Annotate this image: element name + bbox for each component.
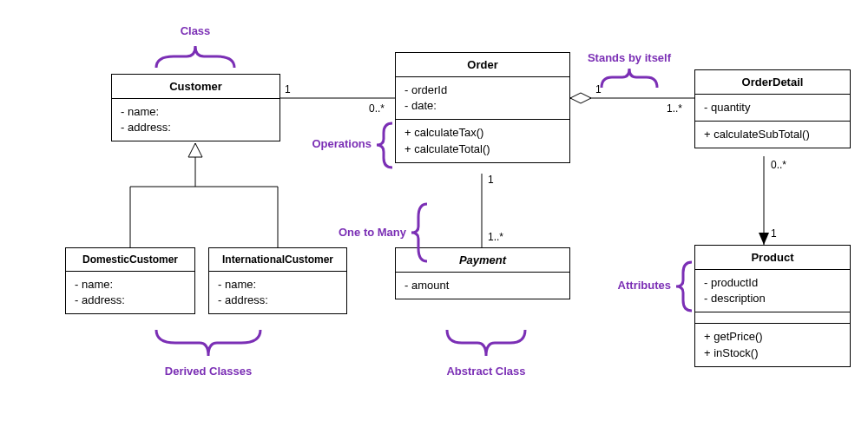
class-order-attrs: - orderId - date: (396, 77, 569, 120)
annotation-operations: Operations (302, 137, 372, 150)
brace-icon (674, 260, 694, 312)
svg-marker-2 (570, 93, 591, 103)
mult-order-orderdetail-right: 1..* (667, 102, 682, 115)
mult-customer-order-right: 0..* (369, 102, 385, 115)
mult-order-payment-top: 1 (488, 174, 494, 186)
annotation-class: Class (169, 24, 221, 37)
brace-icon (599, 66, 660, 90)
class-international-customer-attrs: - name: - address: (209, 272, 346, 313)
class-customer: Customer - name: - address: (111, 74, 280, 141)
class-customer-title: Customer (112, 75, 279, 99)
class-order-ops: + calculateTax() + calculateTotal() (396, 120, 569, 161)
annotation-one-to-many: One to Many (319, 226, 406, 239)
brace-icon (152, 42, 239, 72)
brace-icon (410, 202, 429, 263)
class-domestic-customer-title: DomesticCustomer (66, 248, 194, 272)
class-order-detail-title: OrderDetail (695, 70, 850, 95)
class-payment-attrs: - amount (396, 273, 569, 299)
class-order: Order - orderId - date: + calculateTax()… (395, 52, 570, 163)
mult-orderdetail-product-top: 0..* (771, 159, 786, 171)
annotation-stands-by-itself: Stands by itself (577, 51, 681, 64)
annotation-abstract-class: Abstract Class (408, 365, 564, 378)
mult-orderdetail-product-bottom: 1 (771, 227, 777, 240)
mult-order-payment-bottom: 1..* (488, 231, 503, 243)
class-product: Product - productId - description + getP… (694, 245, 851, 367)
annotation-attributes: Attributes (602, 279, 671, 292)
svg-marker-5 (759, 233, 769, 245)
class-order-title: Order (396, 53, 569, 77)
class-order-detail-attrs: - quantity (695, 95, 850, 122)
class-international-customer: InternationalCustomer - name: - address: (208, 247, 347, 314)
class-product-attrs: - productId - description (695, 270, 850, 312)
brace-icon (443, 326, 529, 360)
mult-customer-order-left: 1 (285, 83, 291, 95)
class-product-empty-section (695, 312, 850, 324)
class-domestic-customer-attrs: - name: - address: (66, 272, 194, 313)
svg-marker-7 (188, 143, 202, 157)
brace-icon (375, 122, 394, 169)
class-product-title: Product (695, 246, 850, 270)
class-customer-attrs: - name: - address: (112, 99, 279, 141)
class-domestic-customer: DomesticCustomer - name: - address: (65, 247, 195, 314)
brace-icon (152, 326, 265, 360)
annotation-derived-classes: Derived Classes (130, 365, 286, 378)
class-order-detail: OrderDetail - quantity + calculateSubTot… (694, 69, 851, 148)
class-international-customer-title: InternationalCustomer (209, 248, 346, 272)
class-product-ops: + getPrice() + inStock() (695, 324, 850, 365)
class-order-detail-ops: + calculateSubTotal() (695, 122, 850, 148)
